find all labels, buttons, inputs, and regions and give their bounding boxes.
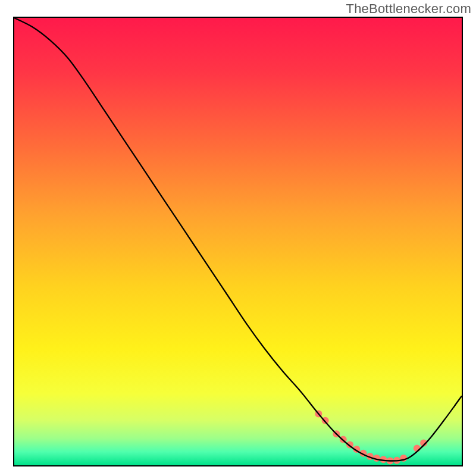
- highlight-dot: [414, 444, 421, 452]
- chart-frame: TheBottlenecker.com: [0, 0, 476, 476]
- plot-area: [13, 17, 463, 466]
- watermark-text: TheBottlenecker.com: [346, 1, 471, 17]
- curve-layer: [14, 18, 462, 465]
- bottleneck-curve: [14, 18, 462, 461]
